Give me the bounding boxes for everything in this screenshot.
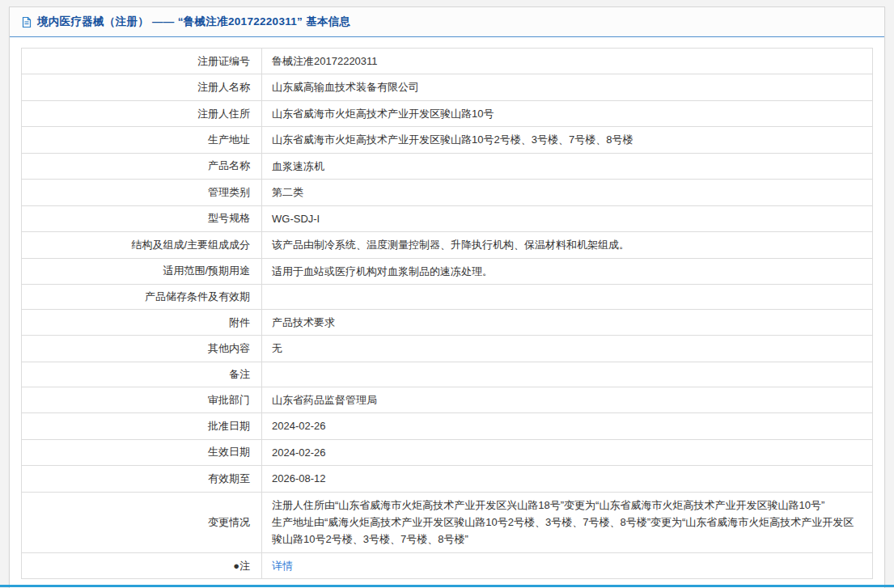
table-row: 产品名称血浆速冻机 (22, 153, 873, 179)
table-row: 备注 (22, 362, 873, 387)
row-label: 型号规格 (22, 205, 262, 231)
row-label: 注册人名称 (22, 74, 262, 100)
content-card: 境内医疗器械（注册） —— “鲁械注准20172220311” 基本信息 注册证… (9, 6, 885, 588)
table-row: 批准日期2024-02-26 (22, 413, 873, 439)
table-row: 注册证编号鲁械注准20172220311 (22, 49, 873, 74)
info-table-body: 注册证编号鲁械注准20172220311注册人名称山东威高输血技术装备有限公司注… (22, 49, 873, 579)
row-label: 注册人住所 (22, 100, 262, 126)
row-value: 产品技术要求 (262, 309, 873, 335)
row-label: 产品储存条件及有效期 (22, 284, 262, 309)
document-icon (21, 16, 32, 28)
info-table: 注册证编号鲁械注准20172220311注册人名称山东威高输血技术装备有限公司注… (21, 48, 873, 579)
table-row: ●注详情 (22, 552, 873, 578)
row-label: ●注 (22, 552, 262, 578)
row-label: 产品名称 (22, 153, 262, 179)
row-value: 2026-08-12 (262, 466, 873, 492)
table-row: 生效日期2024-02-26 (22, 439, 873, 465)
table-row: 生产地址山东省威海市火炬高技术产业开发区骏山路10号2号楼、3号楼、7号楼、8号… (22, 127, 873, 153)
row-value: 详情 (262, 552, 873, 578)
row-value (262, 284, 873, 309)
footer-divider (0, 585, 894, 587)
row-value: 山东省药品监督管理局 (262, 387, 873, 412)
row-value: 2024-02-26 (262, 413, 873, 439)
page-container: 境内医疗器械（注册） —— “鲁械注准20172220311” 基本信息 注册证… (0, 0, 894, 588)
row-value: 无 (262, 336, 873, 362)
row-label: 变更情况 (22, 492, 262, 552)
row-value: 鲁械注准20172220311 (262, 49, 873, 74)
row-value: 适用于血站或医疗机构对血浆制品的速冻处理。 (262, 258, 873, 284)
row-label: 附件 (22, 309, 262, 335)
table-row: 变更情况注册人住所由“山东省威海市火炬高技术产业开发区兴山路18号”变更为“山东… (22, 492, 873, 552)
row-value (262, 362, 873, 387)
row-label: 注册证编号 (22, 49, 262, 74)
table-row: 注册人住所山东省威海市火炬高技术产业开发区骏山路10号 (22, 100, 873, 126)
table-row: 结构及组成/主要组成成分该产品由制冷系统、温度测量控制器、升降执行机构、保温材料… (22, 232, 873, 258)
row-label: 批准日期 (22, 413, 262, 439)
row-value: 血浆速冻机 (262, 153, 873, 179)
row-label: 其他内容 (22, 336, 262, 362)
table-row: 注册人名称山东威高输血技术装备有限公司 (22, 74, 873, 100)
row-value: 山东省威海市火炬高技术产业开发区骏山路10号2号楼、3号楼、7号楼、8号楼 (262, 127, 873, 153)
row-label: 适用范围/预期用途 (22, 258, 262, 284)
row-value: 注册人住所由“山东省威海市火炬高技术产业开发区兴山路18号”变更为“山东省威海市… (262, 492, 873, 552)
table-row: 适用范围/预期用途适用于血站或医疗机构对血浆制品的速冻处理。 (22, 258, 873, 284)
row-label: 结构及组成/主要组成成分 (22, 232, 262, 258)
table-row: 型号规格WG-SDJ-I (22, 205, 873, 231)
row-value: 2024-02-26 (262, 439, 873, 465)
row-value: 第二类 (262, 180, 873, 205)
row-label: 审批部门 (22, 387, 262, 412)
detail-link[interactable]: 详情 (272, 560, 293, 572)
row-label: 生产地址 (22, 127, 262, 153)
row-value: WG-SDJ-I (262, 205, 873, 231)
page-title: 境内医疗器械（注册） —— “鲁械注准20172220311” 基本信息 (37, 15, 350, 29)
row-label: 备注 (22, 362, 262, 387)
table-row: 产品储存条件及有效期 (22, 284, 873, 309)
row-value: 山东省威海市火炬高技术产业开发区骏山路10号 (262, 100, 873, 126)
page-header: 境内医疗器械（注册） —— “鲁械注准20172220311” 基本信息 (10, 7, 884, 37)
row-value: 山东威高输血技术装备有限公司 (262, 74, 873, 100)
table-row: 附件产品技术要求 (22, 309, 873, 335)
row-label: 生效日期 (22, 439, 262, 465)
table-wrapper: 注册证编号鲁械注准20172220311注册人名称山东威高输血技术装备有限公司注… (10, 37, 884, 588)
table-row: 其他内容无 (22, 336, 873, 362)
row-label: 有效期至 (22, 466, 262, 492)
row-label: 管理类别 (22, 180, 262, 205)
table-row: 有效期至2026-08-12 (22, 466, 873, 492)
table-row: 管理类别第二类 (22, 180, 873, 205)
table-row: 审批部门山东省药品监督管理局 (22, 387, 873, 412)
row-value: 该产品由制冷系统、温度测量控制器、升降执行机构、保温材料和机架组成。 (262, 232, 873, 258)
